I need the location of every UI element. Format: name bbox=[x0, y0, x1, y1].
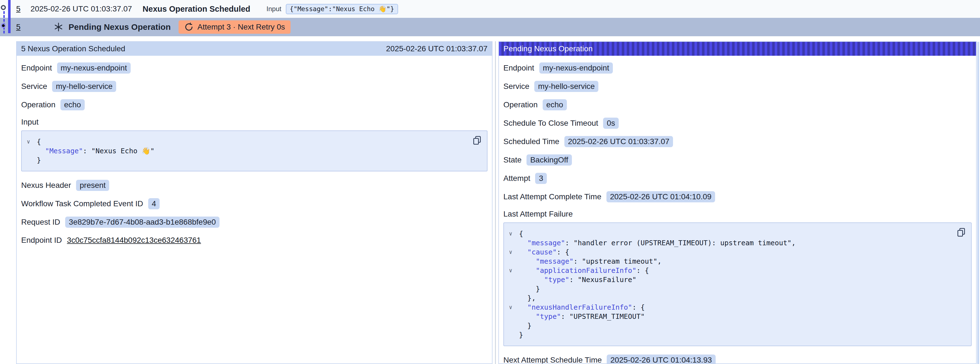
code-gutter bbox=[507, 312, 519, 321]
field-label: Last Attempt Complete Time bbox=[503, 192, 601, 201]
code-text: "type": "UPSTREAM_TIMEOUT" bbox=[519, 312, 645, 321]
collapse-chevron-icon[interactable]: ∨ bbox=[507, 247, 519, 257]
field-label: Endpoint bbox=[503, 64, 534, 72]
event-history-view: 5 2025-02-26 UTC 01:03:37.07 Nexus Opera… bbox=[0, 0, 980, 364]
input-section-label: Input bbox=[21, 118, 487, 126]
field-schedule-to-close-timeout: Schedule To Close Timeout0s bbox=[503, 118, 972, 129]
scheduled-event-meta-fields: Nexus HeaderpresentWorkflow Task Complet… bbox=[21, 180, 487, 246]
event-id-link[interactable]: 5 bbox=[16, 5, 21, 13]
field-label: Endpoint ID bbox=[21, 236, 62, 245]
retry-status-text: Attempt 3 · Next Retry 0s bbox=[197, 22, 285, 32]
code-line: ∨ "cause": { bbox=[507, 247, 951, 257]
code-gutter bbox=[507, 257, 519, 266]
code-line: "Message": "Nexus Echo 👋" bbox=[24, 146, 468, 155]
field-value-badge: 0s bbox=[603, 118, 619, 129]
code-text: }, bbox=[519, 294, 536, 303]
event-detail-panels: 5 Nexus Operation Scheduled 2025-02-26 U… bbox=[16, 41, 980, 364]
failure-json-lines: ∨{ "message": "handler error (UPSTREAM_T… bbox=[507, 229, 951, 340]
scheduled-event-panel-body: Endpointmy-nexus-endpointServicemy-hello… bbox=[17, 56, 492, 246]
collapse-chevron-icon[interactable]: ∨ bbox=[507, 303, 519, 312]
code-text: } bbox=[519, 321, 531, 330]
field-label: Workflow Task Completed Event ID bbox=[21, 199, 143, 208]
field-value-badge: 2025-02-26 UTC 01:03:37.07 bbox=[565, 136, 673, 147]
code-text: "cause": { bbox=[519, 247, 570, 257]
field-request-id: Request ID3e829b7e-7d67-4b08-aad3-b1e868… bbox=[21, 217, 487, 228]
field-value-badge: echo bbox=[542, 99, 567, 110]
code-text: } bbox=[519, 330, 523, 340]
retry-icon bbox=[184, 22, 194, 32]
collapse-chevron-icon[interactable]: ∨ bbox=[24, 137, 37, 146]
code-gutter bbox=[507, 238, 519, 247]
field-operation: Operationecho bbox=[503, 99, 972, 110]
field-value-badge: BackingOff bbox=[527, 155, 572, 166]
copy-icon[interactable] bbox=[956, 227, 967, 238]
code-line: } bbox=[24, 155, 468, 165]
copy-icon[interactable] bbox=[472, 135, 482, 145]
field-value-badge: 2025-02-26 UTC 01:04:13.93 bbox=[607, 354, 715, 364]
field-label: Endpoint bbox=[21, 64, 52, 72]
scheduled-event-panel-header: 5 Nexus Operation Scheduled 2025-02-26 U… bbox=[17, 42, 492, 56]
code-text: "type": "NexusFailure" bbox=[519, 275, 636, 284]
code-line: "type": "UPSTREAM_TIMEOUT" bbox=[507, 312, 951, 321]
field-value-badge: 3 bbox=[535, 173, 547, 184]
input-preview-chip: {"Message":"Nexus Echo 👋"} bbox=[286, 4, 398, 14]
scrollbar-track[interactable] bbox=[977, 42, 979, 364]
timeline-marker-current-icon bbox=[1, 23, 6, 28]
code-gutter bbox=[507, 321, 519, 330]
input-json-lines: ∨{ "Message": "Nexus Echo 👋"} bbox=[24, 137, 468, 165]
field-endpoint: Endpointmy-nexus-endpoint bbox=[503, 62, 972, 73]
field-label: Schedule To Close Timeout bbox=[503, 119, 598, 128]
pending-operation-panel: Pending Nexus Operation Endpointmy-nexus… bbox=[498, 41, 977, 364]
input-json-block: ∨{ "Message": "Nexus Echo 👋"} bbox=[21, 131, 487, 171]
asterisk-icon bbox=[53, 21, 64, 33]
code-text: { bbox=[37, 137, 41, 146]
code-gutter bbox=[507, 294, 519, 303]
field-value-badge: 2025-02-26 UTC 01:04:10.09 bbox=[606, 191, 715, 202]
event-summary-row[interactable]: 5 2025-02-26 UTC 01:03:37.07 Nexus Opera… bbox=[0, 0, 980, 18]
code-line: } bbox=[507, 330, 951, 340]
field-next-attempt-schedule-time: Next Attempt Schedule Time2025-02-26 UTC… bbox=[503, 354, 972, 364]
code-line: "message": "upstream timeout", bbox=[507, 257, 951, 266]
code-line: } bbox=[507, 321, 951, 330]
field-state: StateBackingOff bbox=[503, 155, 972, 166]
field-value-badge: my-hello-service bbox=[534, 81, 598, 92]
code-line: ∨ "nexusHandlerFailureInfo": { bbox=[507, 303, 951, 312]
code-line: ∨{ bbox=[24, 137, 468, 146]
collapse-chevron-icon[interactable]: ∨ bbox=[507, 266, 519, 275]
field-label: Operation bbox=[503, 101, 538, 109]
code-gutter bbox=[24, 146, 37, 155]
code-text: } bbox=[37, 155, 41, 165]
field-value-link[interactable]: 3c0c75ccfa8144b092c13ce632463761 bbox=[67, 236, 201, 245]
event-timestamp: 2025-02-26 UTC 01:03:37.07 bbox=[31, 5, 132, 13]
pending-operation-row[interactable]: 5 Pending Nexus Operation Attempt 3 · Ne… bbox=[0, 18, 980, 36]
field-scheduled-time: Scheduled Time2025-02-26 UTC 01:03:37.07 bbox=[503, 136, 972, 147]
field-label: Scheduled Time bbox=[503, 137, 559, 146]
pending-operation-fields: Endpointmy-nexus-endpointServicemy-hello… bbox=[503, 62, 972, 202]
pending-operation-panel-header: Pending Nexus Operation bbox=[499, 42, 976, 56]
code-text: "Message": "Nexus Echo 👋" bbox=[37, 146, 154, 155]
field-label: Nexus Header bbox=[21, 181, 71, 190]
field-value-badge: my-hello-service bbox=[52, 81, 116, 92]
field-nexus-header: Nexus Headerpresent bbox=[21, 180, 487, 191]
field-label: Operation bbox=[21, 101, 56, 109]
code-text: "applicationFailureInfo": { bbox=[519, 266, 649, 275]
code-gutter bbox=[507, 284, 519, 294]
field-value-badge: my-nexus-endpoint bbox=[539, 62, 613, 73]
timeline-marker-open-icon bbox=[1, 5, 6, 10]
pending-event-id-link[interactable]: 5 bbox=[16, 22, 53, 32]
field-label: State bbox=[503, 155, 522, 164]
field-value-badge: echo bbox=[60, 99, 85, 110]
pending-operation-panel-body: Endpointmy-nexus-endpointServicemy-hello… bbox=[499, 56, 976, 364]
event-title: Nexus Operation Scheduled bbox=[143, 5, 250, 14]
field-endpoint: Endpointmy-nexus-endpoint bbox=[21, 62, 487, 73]
field-value-badge: my-nexus-endpoint bbox=[57, 62, 130, 73]
code-line: ∨{ bbox=[507, 229, 951, 238]
retry-status-badge: Attempt 3 · Next Retry 0s bbox=[178, 20, 291, 34]
failure-section-label: Last Attempt Failure bbox=[503, 209, 972, 219]
collapse-chevron-icon[interactable]: ∨ bbox=[507, 229, 519, 238]
code-line: "message": "handler error (UPSTREAM_TIME… bbox=[507, 238, 951, 247]
field-value-badge: present bbox=[76, 180, 109, 191]
code-text: { bbox=[519, 229, 523, 238]
failure-json-block: ∨{ "message": "handler error (UPSTREAM_T… bbox=[503, 222, 972, 346]
field-last-attempt-complete-time: Last Attempt Complete Time2025-02-26 UTC… bbox=[503, 191, 972, 202]
